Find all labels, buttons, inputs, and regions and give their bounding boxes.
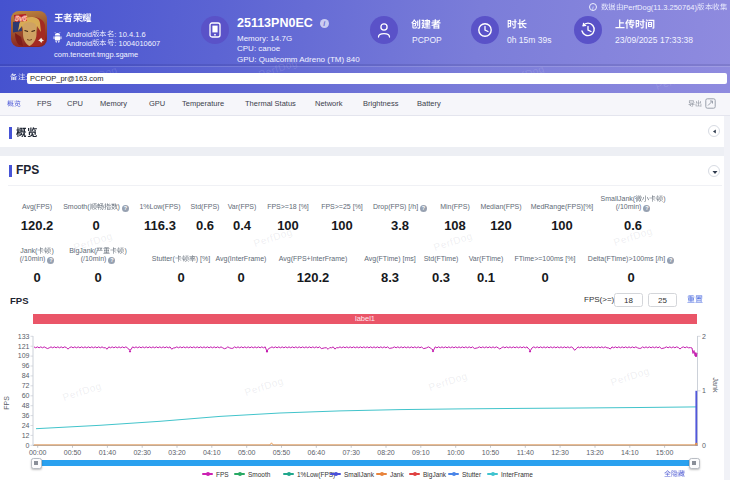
svg-text:84: 84 — [22, 372, 30, 379]
svg-text:02:30: 02:30 — [133, 449, 151, 456]
svg-text:10:50: 10:50 — [482, 449, 500, 456]
svg-text:FPS: FPS — [3, 396, 10, 410]
svg-text:0: 0 — [26, 442, 30, 449]
svg-text:09:10: 09:10 — [412, 449, 430, 456]
svg-text:48: 48 — [22, 402, 30, 409]
svg-text:2: 2 — [702, 333, 706, 340]
svg-text:0: 0 — [702, 442, 706, 449]
svg-text:08:20: 08:20 — [377, 449, 395, 456]
svg-text:96: 96 — [22, 362, 30, 369]
svg-text:05:50: 05:50 — [273, 449, 291, 456]
svg-text:06:40: 06:40 — [308, 449, 326, 456]
svg-text:24: 24 — [22, 422, 30, 429]
svg-text:60: 60 — [22, 392, 30, 399]
svg-text:00:00: 00:00 — [29, 449, 47, 456]
svg-text:Jank: Jank — [712, 378, 719, 393]
svg-text:15:00: 15:00 — [656, 449, 674, 456]
svg-text:03:20: 03:20 — [168, 449, 186, 456]
svg-text:00:50: 00:50 — [64, 449, 82, 456]
svg-text:14:10: 14:10 — [621, 449, 639, 456]
svg-text:109: 109 — [18, 352, 30, 359]
svg-text:01:40: 01:40 — [99, 449, 117, 456]
svg-text:04:10: 04:10 — [203, 449, 221, 456]
svg-text:72: 72 — [22, 382, 30, 389]
svg-text:12:30: 12:30 — [551, 449, 569, 456]
svg-text:12: 12 — [22, 432, 30, 439]
svg-text:05:00: 05:00 — [238, 449, 256, 456]
svg-text:5v5: 5v5 — [15, 15, 27, 22]
svg-text:07:30: 07:30 — [342, 449, 360, 456]
svg-text:10:00: 10:00 — [447, 449, 465, 456]
svg-text:133: 133 — [18, 333, 30, 340]
svg-text:1: 1 — [702, 387, 706, 394]
svg-text:13:20: 13:20 — [586, 449, 604, 456]
svg-text:11:40: 11:40 — [517, 449, 534, 456]
svg-text:121: 121 — [18, 343, 30, 350]
svg-text:36: 36 — [22, 412, 30, 419]
